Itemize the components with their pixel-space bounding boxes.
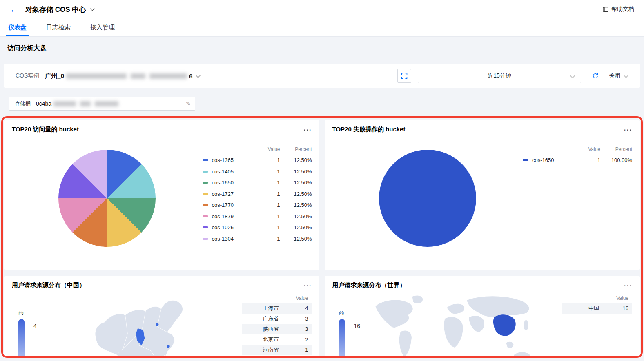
legend-row[interactable]: cos-1650112.50%	[203, 177, 312, 188]
region-value: 3	[294, 326, 308, 332]
table-row: 中国16	[562, 303, 632, 314]
instance-label: COS实例	[16, 72, 39, 80]
table-row: 河南省1	[242, 345, 312, 355]
col-value: Value	[242, 293, 312, 303]
legend-name: cos-1650	[212, 179, 234, 186]
product-switcher[interactable]: 对象存储 COS 中心	[25, 5, 94, 14]
instance-prefix: 广州_0	[45, 72, 64, 80]
region-name: 河南省	[245, 346, 294, 354]
legend-row[interactable]: cos-1727112.50%	[203, 188, 312, 200]
legend-row[interactable]: cos-1026112.50%	[203, 222, 312, 233]
legend-name: cos-1405	[212, 168, 234, 175]
refresh-group: 关闭	[588, 69, 633, 83]
redacted-text	[131, 73, 145, 79]
filter-bar: COS实例 广州_0 6 近15分钟	[4, 64, 640, 88]
legend-percent: 12.50%	[280, 157, 312, 163]
world-map[interactable]	[360, 291, 562, 358]
failed-pie[interactable]	[379, 150, 476, 247]
legend-row[interactable]: cos-1365112.50%	[203, 155, 312, 166]
instance-selector[interactable]: 广州_0 6	[45, 72, 200, 80]
col-value: Value	[578, 146, 600, 152]
card-china-map: 用户请求来源分布（中国） ⋯ 高 4	[4, 276, 319, 358]
legend-percent: 12.50%	[280, 191, 312, 197]
access-pie[interactable]	[58, 150, 156, 247]
pie-chart-area	[12, 133, 203, 263]
china-map[interactable]	[37, 291, 242, 358]
bucket-field[interactable]: 存储桶 0c4ba ✎	[9, 97, 195, 111]
legend-header: Value Percent	[203, 144, 312, 155]
chevron-down-icon	[624, 73, 628, 78]
legend-max-value: 16	[354, 323, 361, 329]
more-menu-icon[interactable]: ⋯	[303, 127, 312, 132]
refresh-button[interactable]	[588, 69, 603, 83]
chevron-down-icon	[196, 73, 201, 78]
back-arrow-icon[interactable]: ←	[10, 5, 18, 13]
more-menu-icon[interactable]: ⋯	[624, 283, 632, 288]
legend-row[interactable]: cos-1879112.50%	[203, 211, 312, 222]
time-range-select[interactable]: 近15分钟	[418, 69, 581, 83]
help-label: 帮助文档	[611, 6, 634, 13]
legend-row[interactable]: cos-1770112.50%	[203, 199, 312, 211]
time-range-value: 近15分钟	[488, 72, 511, 80]
map-table: Value 上海市4 广东省3 陕西省3 北京市2 河南省1	[242, 293, 312, 358]
edit-icon[interactable]: ✎	[186, 100, 191, 107]
tab-log-search[interactable]: 日志检索	[45, 19, 71, 36]
card-title: 用户请求来源分布（中国）	[12, 281, 85, 289]
col-percent: Percent	[280, 146, 312, 152]
annotation-box: TOP20 访问量的 bucket ⋯ Value Percent cos-13…	[1, 116, 643, 358]
card-title: TOP20 访问量的 bucket	[12, 126, 79, 133]
region-value: 1	[294, 347, 308, 353]
chevron-down-icon	[90, 6, 95, 11]
legend-value: 1	[258, 236, 280, 242]
redacted-text	[66, 73, 127, 79]
tab-dashboard[interactable]: 仪表盘	[7, 19, 27, 36]
region-value: 4	[294, 305, 308, 311]
legend-value: 1	[258, 157, 280, 163]
region-name: 上海市	[245, 305, 294, 312]
instance-suffix: 6	[189, 73, 192, 80]
page-title: 访问分析大盘	[7, 44, 637, 53]
card-title: TOP20 失败操作的 bucket	[332, 126, 406, 133]
region-name: 北京市	[245, 336, 294, 343]
card-top-access: TOP20 访问量的 bucket ⋯ Value Percent cos-13…	[4, 120, 319, 270]
legend-swatch	[203, 159, 208, 161]
table-row: 广东省3	[242, 314, 312, 324]
legend-swatch	[203, 238, 208, 240]
refresh-icon	[592, 73, 599, 79]
legend-percent: 12.50%	[280, 168, 312, 175]
legend-percent: 100.00%	[600, 157, 632, 163]
legend-name: cos-1770	[212, 202, 234, 208]
card-world-map: 用户请求来源分布（世界） ⋯ 高 16	[325, 276, 640, 358]
legend-table: Value Percent cos-1365112.50% cos-140511…	[203, 144, 312, 263]
region-name: 中国	[566, 305, 615, 312]
col-value: Value	[258, 146, 280, 152]
china-map-svg	[72, 291, 207, 358]
legend-percent: 12.50%	[280, 236, 312, 242]
legend-name: cos-1365	[212, 157, 234, 163]
tab-access-management[interactable]: 接入管理	[89, 19, 116, 36]
legend-value: 1	[258, 202, 280, 208]
tab-bar: 仪表盘 日志检索 接入管理	[0, 19, 644, 37]
legend-name: cos-1650	[532, 157, 554, 163]
bucket-row: 存储桶 0c4ba ✎	[9, 97, 640, 111]
heat-bar	[339, 319, 345, 358]
legend-row[interactable]: cos-1405112.50%	[203, 166, 312, 177]
help-doc-link[interactable]: 帮助文档	[602, 6, 634, 13]
more-menu-icon[interactable]: ⋯	[624, 127, 632, 132]
redacted-text	[149, 73, 187, 79]
fullscreen-button[interactable]	[397, 69, 411, 83]
bucket-label: 存储桶	[9, 100, 36, 107]
legend-row[interactable]: cos-1304112.50%	[203, 233, 312, 245]
legend-high-label: 高	[18, 309, 37, 316]
legend-row[interactable]: cos-16501100.00%	[523, 155, 632, 166]
legend-swatch	[203, 226, 208, 228]
fullscreen-icon	[401, 73, 408, 79]
legend-swatch	[203, 204, 208, 206]
redacted-text	[53, 101, 76, 106]
auto-refresh-select[interactable]: 关闭	[603, 69, 633, 83]
bucket-value: 0c4ba ✎	[36, 100, 195, 107]
heat-bar	[18, 319, 25, 358]
legend-swatch	[203, 182, 208, 184]
heat-legend: 高 16	[339, 309, 361, 358]
more-menu-icon[interactable]: ⋯	[303, 283, 312, 288]
